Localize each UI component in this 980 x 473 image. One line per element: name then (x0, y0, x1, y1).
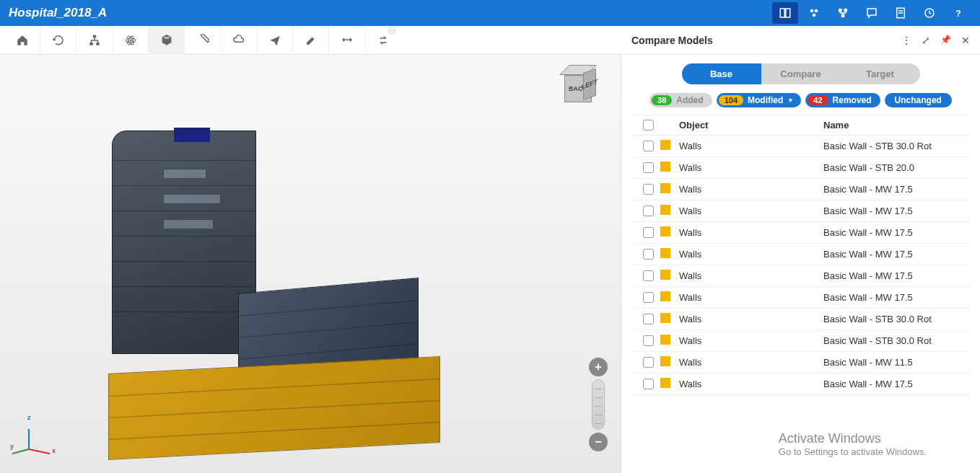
row-checkbox[interactable] (643, 379, 654, 389)
column-name[interactable]: Name (823, 120, 966, 131)
row-checkbox[interactable] (643, 141, 654, 151)
table-row[interactable]: WallsBasic Wall - MW 17.5 (631, 287, 970, 309)
cloud-group-icon[interactable] (801, 2, 827, 24)
row-object: Walls (679, 314, 823, 324)
more-icon[interactable]: ⋮ (901, 35, 911, 46)
clock-icon[interactable] (916, 2, 942, 24)
table-row[interactable]: WallsBasic Wall - STB 30.0 Rot (631, 330, 970, 352)
svg-rect-6 (844, 9, 848, 12)
zoom-out-button[interactable]: − (589, 433, 608, 451)
filter-unchanged[interactable]: Unchanged (885, 93, 952, 107)
tab-compare[interactable]: Compare (761, 63, 841, 84)
svg-text:?: ? (955, 9, 961, 19)
split-view-icon[interactable] (772, 2, 798, 24)
modified-count: 104 (719, 95, 743, 105)
zoom-slider[interactable] (592, 379, 605, 430)
row-name: Basic Wall - MW 17.5 (823, 270, 966, 281)
row-name: Basic Wall - STB 30.0 Rot (823, 141, 966, 151)
select-all-checkbox[interactable] (643, 120, 654, 131)
tab-target[interactable]: Target (841, 63, 920, 84)
table-row[interactable]: WallsBasic Wall - STB 30.0 Rot (631, 136, 970, 157)
row-checkbox[interactable] (643, 162, 654, 173)
refresh-icon[interactable] (40, 26, 76, 55)
network-icon[interactable] (830, 2, 856, 24)
table-row[interactable]: WallsBasic Wall - STB 20.0 (631, 157, 970, 179)
folder-icon (660, 378, 670, 388)
table-row[interactable]: WallsBasic Wall - MW 17.5 (631, 179, 970, 200)
row-name: Basic Wall - STB 30.0 Rot (823, 314, 966, 324)
building-model (108, 127, 440, 473)
expand-icon[interactable]: ⤢ (922, 35, 930, 46)
folder-icon (660, 140, 670, 150)
row-object: Walls (679, 205, 823, 216)
table-row[interactable]: WallsBasic Wall - MW 17.5 (631, 244, 970, 265)
row-name: Basic Wall - MW 17.5 (823, 184, 966, 195)
tab-base[interactable]: Base (682, 63, 761, 84)
paint-icon[interactable] (293, 26, 329, 55)
row-checkbox[interactable] (643, 357, 654, 368)
row-name: Basic Wall - MW 17.5 (823, 205, 966, 216)
ruler-icon[interactable] (185, 26, 221, 55)
removed-count: 42 (808, 95, 828, 105)
close-icon[interactable]: ✕ (961, 35, 970, 46)
row-object: Walls (679, 270, 823, 281)
added-count: 38 (652, 95, 672, 105)
filter-added[interactable]: 38 Added (649, 93, 712, 107)
row-name: Basic Wall - MW 17.5 (823, 227, 966, 238)
table-row[interactable]: WallsBasic Wall - MW 17.5 (631, 265, 970, 287)
filter-removed[interactable]: 42 Removed (805, 93, 880, 107)
badge-minus-icon: – (388, 27, 395, 34)
folder-icon (660, 248, 670, 258)
atom-icon[interactable] (113, 26, 149, 55)
header-actions: ? (772, 2, 971, 24)
cloud-icon[interactable] (221, 26, 257, 55)
table-row[interactable]: WallsBasic Wall - MW 17.5 (631, 222, 970, 244)
svg-point-2 (810, 9, 814, 13)
svg-rect-15 (96, 43, 100, 45)
viewcube-left-face[interactable]: LEFT (583, 68, 596, 101)
row-checkbox[interactable] (643, 249, 654, 260)
home-icon[interactable] (4, 26, 40, 55)
axis-z-label: z (27, 414, 31, 421)
folder-icon (660, 205, 670, 215)
row-checkbox[interactable] (643, 184, 654, 195)
zoom-control: + − (589, 358, 608, 451)
folder-icon (660, 356, 670, 366)
svg-point-19 (129, 39, 131, 41)
send-icon[interactable] (257, 26, 293, 55)
tree-icon[interactable] (76, 26, 113, 55)
row-checkbox[interactable] (643, 205, 654, 216)
chat-icon[interactable] (859, 2, 885, 24)
form-icon[interactable] (888, 2, 914, 24)
main-layout: BACK LEFT z x y + − Compar (0, 55, 980, 473)
row-name: Basic Wall - STB 30.0 Rot (823, 335, 966, 346)
viewport-3d[interactable]: BACK LEFT z x y + − (0, 55, 621, 473)
column-object[interactable]: Object (679, 120, 823, 131)
axis-gizmo: z x y (14, 415, 58, 459)
axis-x-label: x (52, 447, 56, 454)
cube-icon[interactable] (149, 26, 185, 55)
row-checkbox[interactable] (643, 314, 654, 324)
filter-modified[interactable]: 104 Modified ▾ (717, 93, 802, 107)
svg-rect-0 (780, 9, 784, 17)
compare-panel: Compare Models ⋮ ⤢ 📌 ✕ Base Compare Targ… (621, 55, 980, 473)
table-row[interactable]: WallsBasic Wall - MW 11.5 (631, 352, 970, 373)
pin-icon[interactable]: 📌 (940, 35, 951, 46)
table-row[interactable]: WallsBasic Wall - MW 17.5 (631, 373, 970, 395)
row-checkbox[interactable] (643, 335, 654, 346)
removed-label: Removed (833, 95, 872, 105)
row-checkbox[interactable] (643, 270, 654, 281)
table-row[interactable]: WallsBasic Wall - MW 17.5 (631, 200, 970, 222)
table-row[interactable]: WallsBasic Wall - STB 30.0 Rot (631, 309, 970, 330)
swap-icon[interactable] (329, 26, 365, 55)
view-cube[interactable]: BACK LEFT (560, 69, 599, 108)
row-checkbox[interactable] (643, 227, 654, 238)
folder-icon (660, 313, 670, 323)
folder-icon (660, 183, 670, 193)
row-checkbox[interactable] (643, 292, 654, 303)
row-object: Walls (679, 335, 823, 346)
zoom-in-button[interactable]: + (589, 358, 608, 376)
svg-point-4 (813, 14, 816, 17)
transfer-icon[interactable]: – (365, 26, 401, 55)
help-icon[interactable]: ? (945, 2, 971, 24)
